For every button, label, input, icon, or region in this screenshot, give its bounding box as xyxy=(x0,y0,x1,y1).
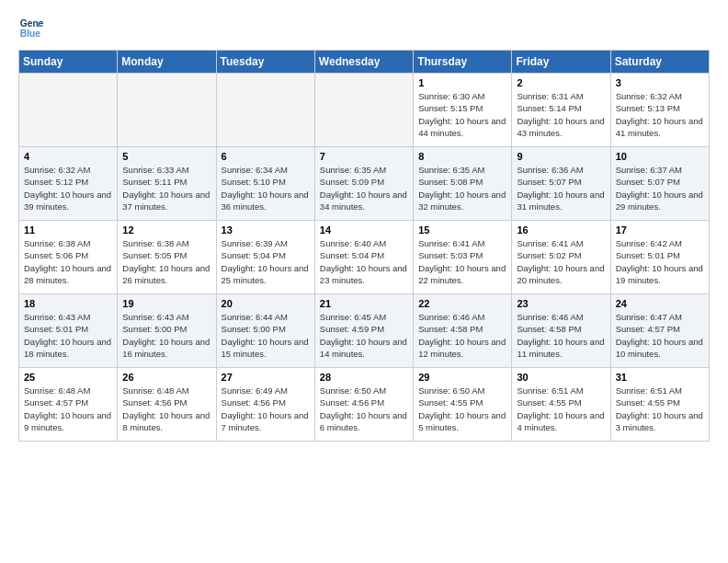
day-info: Sunrise: 6:51 AM Sunset: 4:55 PM Dayligh… xyxy=(517,385,605,433)
day-number: 28 xyxy=(320,372,408,383)
day-number: 5 xyxy=(122,151,210,162)
day-info: Sunrise: 6:41 AM Sunset: 5:02 PM Dayligh… xyxy=(517,237,605,286)
day-info: Sunrise: 6:32 AM Sunset: 5:12 PM Dayligh… xyxy=(24,164,112,213)
weekday-header-tuesday: Tuesday xyxy=(216,51,314,74)
day-cell: 11Sunrise: 6:38 AM Sunset: 5:06 PM Dayli… xyxy=(19,221,118,294)
day-info: Sunrise: 6:45 AM Sunset: 4:59 PM Dayligh… xyxy=(320,311,408,360)
day-cell: 13Sunrise: 6:39 AM Sunset: 5:04 PM Dayli… xyxy=(216,221,314,294)
day-number: 8 xyxy=(418,151,506,162)
day-info: Sunrise: 6:31 AM Sunset: 5:14 PM Dayligh… xyxy=(517,90,605,139)
day-cell: 1Sunrise: 6:30 AM Sunset: 5:15 PM Daylig… xyxy=(414,74,512,147)
day-cell: 17Sunrise: 6:42 AM Sunset: 5:01 PM Dayli… xyxy=(610,221,709,294)
weekday-header-wednesday: Wednesday xyxy=(314,51,413,74)
logo: General Blue xyxy=(18,15,44,40)
day-number: 24 xyxy=(616,298,704,309)
day-cell: 9Sunrise: 6:36 AM Sunset: 5:07 PM Daylig… xyxy=(512,147,610,221)
day-info: Sunrise: 6:38 AM Sunset: 5:06 PM Dayligh… xyxy=(24,237,112,286)
day-number: 4 xyxy=(24,151,112,162)
day-number: 2 xyxy=(517,77,605,88)
day-cell: 27Sunrise: 6:49 AM Sunset: 4:56 PM Dayli… xyxy=(216,368,314,442)
day-number: 1 xyxy=(418,77,506,88)
day-info: Sunrise: 6:50 AM Sunset: 4:55 PM Dayligh… xyxy=(418,385,506,433)
day-cell: 4Sunrise: 6:32 AM Sunset: 5:12 PM Daylig… xyxy=(19,147,118,221)
svg-text:General: General xyxy=(20,18,44,29)
day-number: 15 xyxy=(418,224,506,236)
day-cell: 15Sunrise: 6:41 AM Sunset: 5:03 PM Dayli… xyxy=(414,221,512,294)
week-row-3: 11Sunrise: 6:38 AM Sunset: 5:06 PM Dayli… xyxy=(19,221,710,294)
day-number: 18 xyxy=(24,298,112,309)
day-info: Sunrise: 6:43 AM Sunset: 5:00 PM Dayligh… xyxy=(122,311,210,360)
day-cell xyxy=(118,74,216,147)
day-cell: 21Sunrise: 6:45 AM Sunset: 4:59 PM Dayli… xyxy=(314,294,413,368)
page-header: General Blue xyxy=(18,15,710,40)
weekday-header-saturday: Saturday xyxy=(610,51,709,74)
day-cell: 6Sunrise: 6:34 AM Sunset: 5:10 PM Daylig… xyxy=(216,147,314,221)
day-cell: 8Sunrise: 6:35 AM Sunset: 5:08 PM Daylig… xyxy=(414,147,512,221)
day-number: 30 xyxy=(517,372,605,383)
day-number: 26 xyxy=(122,372,210,383)
day-number: 9 xyxy=(517,151,605,162)
day-cell: 30Sunrise: 6:51 AM Sunset: 4:55 PM Dayli… xyxy=(512,368,610,442)
day-info: Sunrise: 6:34 AM Sunset: 5:10 PM Dayligh… xyxy=(222,164,310,213)
day-number: 22 xyxy=(418,298,506,309)
day-number: 23 xyxy=(517,298,605,309)
day-number: 10 xyxy=(616,151,704,162)
day-info: Sunrise: 6:48 AM Sunset: 4:57 PM Dayligh… xyxy=(24,385,112,433)
day-info: Sunrise: 6:46 AM Sunset: 4:58 PM Dayligh… xyxy=(517,311,605,360)
day-cell: 25Sunrise: 6:48 AM Sunset: 4:57 PM Dayli… xyxy=(19,368,118,442)
day-number: 19 xyxy=(122,298,210,309)
day-number: 6 xyxy=(222,151,310,162)
day-number: 20 xyxy=(222,298,310,309)
weekday-header-sunday: Sunday xyxy=(19,51,118,74)
day-cell: 28Sunrise: 6:50 AM Sunset: 4:56 PM Dayli… xyxy=(314,368,413,442)
day-cell: 2Sunrise: 6:31 AM Sunset: 5:14 PM Daylig… xyxy=(512,74,610,147)
day-number: 13 xyxy=(222,224,310,236)
day-info: Sunrise: 6:50 AM Sunset: 4:56 PM Dayligh… xyxy=(320,385,408,433)
day-cell: 22Sunrise: 6:46 AM Sunset: 4:58 PM Dayli… xyxy=(414,294,512,368)
day-info: Sunrise: 6:49 AM Sunset: 4:56 PM Dayligh… xyxy=(222,385,310,433)
day-cell xyxy=(216,74,314,147)
weekday-header-row: SundayMondayTuesdayWednesdayThursdayFrid… xyxy=(19,51,710,74)
day-info: Sunrise: 6:30 AM Sunset: 5:15 PM Dayligh… xyxy=(418,90,506,139)
day-info: Sunrise: 6:36 AM Sunset: 5:07 PM Dayligh… xyxy=(517,164,605,213)
day-number: 11 xyxy=(24,224,112,236)
day-info: Sunrise: 6:43 AM Sunset: 5:01 PM Dayligh… xyxy=(24,311,112,360)
day-info: Sunrise: 6:35 AM Sunset: 5:09 PM Dayligh… xyxy=(320,164,408,213)
day-cell: 16Sunrise: 6:41 AM Sunset: 5:02 PM Dayli… xyxy=(512,221,610,294)
day-info: Sunrise: 6:33 AM Sunset: 5:11 PM Dayligh… xyxy=(122,164,210,213)
day-number: 29 xyxy=(418,372,506,383)
weekday-header-friday: Friday xyxy=(512,51,610,74)
week-row-5: 25Sunrise: 6:48 AM Sunset: 4:57 PM Dayli… xyxy=(19,368,710,442)
day-info: Sunrise: 6:41 AM Sunset: 5:03 PM Dayligh… xyxy=(418,237,506,286)
logo-icon: General Blue xyxy=(18,15,44,40)
day-info: Sunrise: 6:51 AM Sunset: 4:55 PM Dayligh… xyxy=(616,385,704,433)
day-number: 7 xyxy=(320,151,408,162)
day-info: Sunrise: 6:44 AM Sunset: 5:00 PM Dayligh… xyxy=(222,311,310,360)
day-cell: 20Sunrise: 6:44 AM Sunset: 5:00 PM Dayli… xyxy=(216,294,314,368)
day-number: 17 xyxy=(616,224,704,236)
day-number: 3 xyxy=(616,77,704,88)
day-cell: 7Sunrise: 6:35 AM Sunset: 5:09 PM Daylig… xyxy=(314,147,413,221)
day-number: 12 xyxy=(122,224,210,236)
day-info: Sunrise: 6:37 AM Sunset: 5:07 PM Dayligh… xyxy=(616,164,704,213)
week-row-1: 1Sunrise: 6:30 AM Sunset: 5:15 PM Daylig… xyxy=(19,74,710,147)
day-cell xyxy=(314,74,413,147)
svg-text:Blue: Blue xyxy=(20,29,41,39)
day-cell: 12Sunrise: 6:38 AM Sunset: 5:05 PM Dayli… xyxy=(118,221,216,294)
day-cell: 14Sunrise: 6:40 AM Sunset: 5:04 PM Dayli… xyxy=(314,221,413,294)
day-cell: 19Sunrise: 6:43 AM Sunset: 5:00 PM Dayli… xyxy=(118,294,216,368)
week-row-2: 4Sunrise: 6:32 AM Sunset: 5:12 PM Daylig… xyxy=(19,147,710,221)
day-info: Sunrise: 6:32 AM Sunset: 5:13 PM Dayligh… xyxy=(616,90,704,139)
day-info: Sunrise: 6:46 AM Sunset: 4:58 PM Dayligh… xyxy=(418,311,506,360)
day-info: Sunrise: 6:35 AM Sunset: 5:08 PM Dayligh… xyxy=(418,164,506,213)
day-info: Sunrise: 6:40 AM Sunset: 5:04 PM Dayligh… xyxy=(320,237,408,286)
day-number: 14 xyxy=(320,224,408,236)
day-cell: 26Sunrise: 6:48 AM Sunset: 4:56 PM Dayli… xyxy=(118,368,216,442)
day-cell: 18Sunrise: 6:43 AM Sunset: 5:01 PM Dayli… xyxy=(19,294,118,368)
day-number: 25 xyxy=(24,372,112,383)
day-cell: 29Sunrise: 6:50 AM Sunset: 4:55 PM Dayli… xyxy=(414,368,512,442)
day-number: 31 xyxy=(616,372,704,383)
day-cell xyxy=(19,74,118,147)
weekday-header-monday: Monday xyxy=(118,51,216,74)
day-info: Sunrise: 6:48 AM Sunset: 4:56 PM Dayligh… xyxy=(122,385,210,433)
